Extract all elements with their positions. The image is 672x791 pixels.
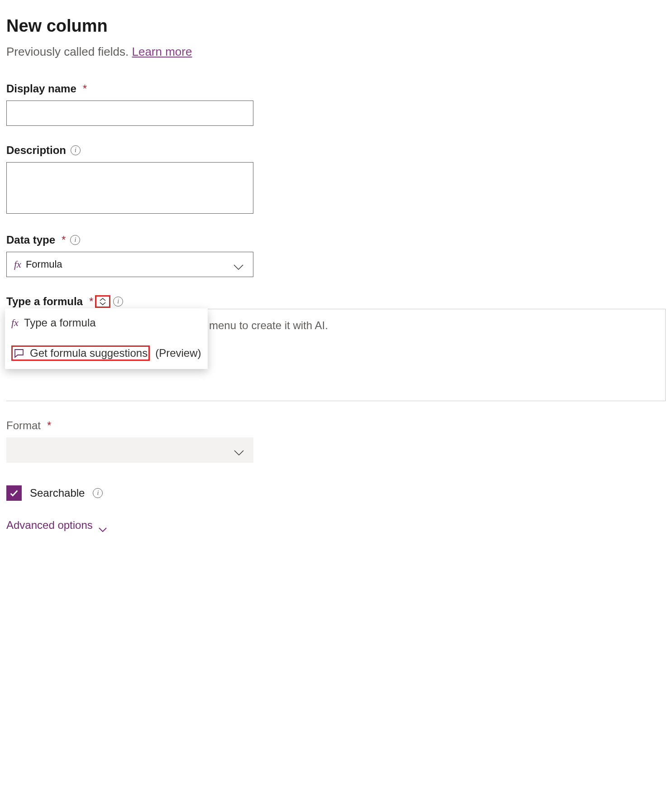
searchable-label: Searchable: [30, 487, 85, 499]
searchable-checkbox[interactable]: [6, 485, 22, 501]
required-star: *: [89, 295, 93, 308]
formula-mode-dropdown: fx Type a formula Get formula suggestion…: [5, 308, 208, 369]
advanced-options-toggle[interactable]: Advanced options: [6, 519, 107, 532]
required-star: *: [62, 234, 66, 246]
data-type-label: Data type * i: [6, 234, 80, 246]
chat-icon: [14, 348, 24, 359]
display-name-input[interactable]: [6, 101, 253, 126]
description-label: Description i: [6, 144, 81, 157]
option-type-formula-label: Type a formula: [24, 316, 96, 329]
display-name-text: Display name: [6, 82, 76, 95]
formula-placeholder-tail: menu to create it with AI.: [209, 319, 328, 332]
data-type-select[interactable]: fx Formula: [6, 252, 253, 277]
type-formula-text: Type a formula: [6, 295, 83, 308]
info-icon[interactable]: i: [70, 235, 80, 245]
chevron-down-icon: [233, 261, 244, 268]
type-formula-label: Type a formula *: [6, 295, 93, 308]
formula-editor[interactable]: menu to create it with AI. fx Type a for…: [6, 309, 666, 401]
data-type-value: Formula: [26, 259, 62, 270]
required-star: *: [47, 419, 51, 432]
format-text: Format: [6, 419, 41, 432]
description-input[interactable]: [6, 162, 253, 214]
learn-more-link[interactable]: Learn more: [132, 45, 192, 58]
option-get-suggestions-suffix: (Preview): [155, 347, 201, 360]
chevron-down-icon: [98, 523, 107, 528]
fx-icon: fx: [14, 259, 21, 270]
advanced-options-label: Advanced options: [6, 519, 93, 532]
data-type-text: Data type: [6, 234, 55, 246]
info-icon[interactable]: i: [113, 297, 123, 307]
fx-icon: fx: [11, 317, 19, 329]
required-star: *: [83, 82, 87, 95]
panel-title: New column: [6, 16, 666, 36]
option-get-suggestions-label: Get formula suggestions: [30, 347, 148, 360]
description-text: Description: [6, 144, 66, 157]
dropdown-option-type-formula[interactable]: fx Type a formula: [5, 308, 208, 337]
info-icon[interactable]: i: [93, 488, 103, 498]
formula-mode-toggle[interactable]: [95, 295, 110, 308]
format-select[interactable]: [6, 437, 253, 463]
panel-subtitle: Previously called fields. Learn more: [6, 45, 666, 59]
info-icon[interactable]: i: [71, 145, 81, 155]
subtitle-prefix: Previously called fields.: [6, 45, 132, 58]
display-name-label: Display name *: [6, 82, 87, 95]
dropdown-option-get-suggestions[interactable]: Get formula suggestions (Preview): [5, 337, 208, 369]
chevron-down-icon: [234, 447, 244, 453]
format-label: Format *: [6, 419, 51, 432]
